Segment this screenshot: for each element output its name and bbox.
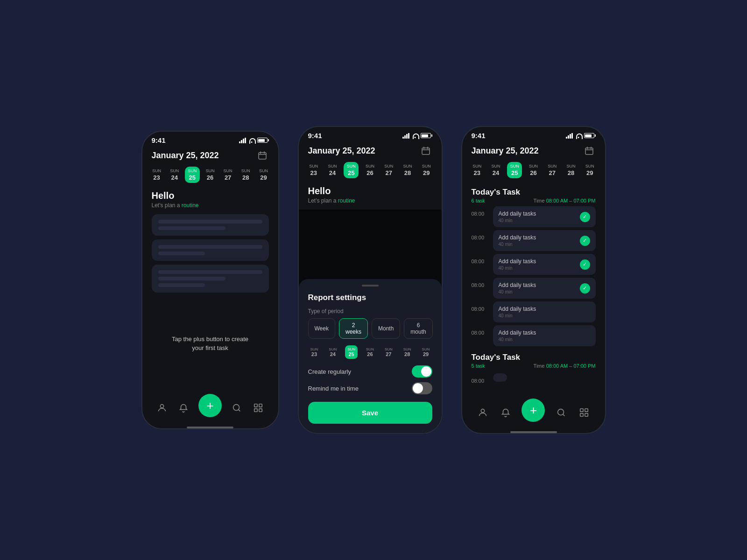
date-header-3: January 25, 2022 xyxy=(462,142,605,162)
save-button[interactable]: Save xyxy=(308,402,432,424)
week-strip-2: Sun23 Sun24 Sun25 Sun26 Sun27 Sun28 Sun2… xyxy=(299,162,442,184)
nav-person-icon[interactable] xyxy=(155,401,169,414)
day-item-4[interactable]: Sun 27 xyxy=(220,167,235,183)
skeleton-list xyxy=(142,214,278,294)
task-card-7[interactable] xyxy=(493,373,507,382)
phone-2: 9:41 January 25, 2022 Sun23 S xyxy=(298,126,443,434)
day-p3-4[interactable]: Sun27 xyxy=(545,162,560,178)
task-section-2-meta: 5 task Time 08:00 AM – 07:00 PM xyxy=(472,363,596,369)
day-item-0[interactable]: Sun 23 xyxy=(149,167,164,183)
period-2weeks-btn[interactable]: 2 weeks xyxy=(339,318,368,339)
task-check-3[interactable] xyxy=(580,259,590,270)
date-header-2: January 25, 2022 xyxy=(299,142,442,162)
toggle-knob-2 xyxy=(413,383,423,393)
period-month-btn[interactable]: Month xyxy=(372,318,400,339)
empty-state-text: Tap the plus button to createyour first … xyxy=(172,335,248,353)
day-item-5[interactable]: Sun 28 xyxy=(238,167,253,183)
task-card-3[interactable]: Add daily tasks 40 min xyxy=(493,254,596,275)
task-card-2[interactable]: Add daily tasks 40 min xyxy=(493,230,596,251)
date-title-2: January 25, 2022 xyxy=(308,146,375,156)
period-options: Week 2 weeks Month 6 mouth xyxy=(308,318,432,339)
svg-rect-13 xyxy=(580,413,583,416)
sheet-day-5[interactable]: Sun28 xyxy=(401,345,414,359)
wifi-icon-2 xyxy=(412,133,418,138)
day-item-2[interactable]: Sun 25 xyxy=(185,167,200,183)
day-item-6[interactable]: Sun 29 xyxy=(256,167,271,183)
create-regularly-toggle[interactable] xyxy=(412,365,432,378)
day-item-p2-0[interactable]: Sun23 xyxy=(306,162,321,178)
svg-rect-3 xyxy=(254,404,257,407)
day-item-p2-2[interactable]: Sun25 xyxy=(344,162,359,178)
phone-1: 9:41 January 25, 2022 Sun xyxy=(141,131,279,429)
task-section-1-meta: 6 task Time 08:00 AM – 07:00 PM xyxy=(472,198,596,203)
task-card-4[interactable]: Add daily tasks 40 min xyxy=(493,278,596,299)
nav-grid-icon-3[interactable] xyxy=(578,406,591,419)
svg-rect-8 xyxy=(585,148,593,154)
hello-title-1: Hello xyxy=(152,190,269,201)
nav-search-icon-3[interactable] xyxy=(555,406,568,419)
day-item-p2-6[interactable]: Sun29 xyxy=(419,162,434,178)
phone-3: 9:41 January 25, 2022 Sun23 S xyxy=(461,126,606,434)
calendar-icon-3[interactable] xyxy=(583,144,596,157)
sheet-day-2[interactable]: Sun25 xyxy=(345,345,358,359)
day-p3-6[interactable]: Sun29 xyxy=(582,162,597,178)
task-section-1-header: Today's Task 6 task Time 08:00 AM – 07:0… xyxy=(462,184,605,206)
nav-bell-icon-3[interactable] xyxy=(499,406,512,419)
week-strip-1: Sun 23 Sun 24 Sun 25 Sun 26 Sun 27 Sun 2… xyxy=(142,167,278,189)
task-row-6: 08:00 Add daily tasks 40 min xyxy=(472,325,596,346)
day-item-p2-5[interactable]: Sun28 xyxy=(400,162,415,178)
day-item-p2-3[interactable]: Sun26 xyxy=(362,162,377,178)
nav-bell-icon[interactable] xyxy=(177,401,190,414)
task-card-6[interactable]: Add daily tasks 40 min xyxy=(493,325,596,346)
period-label: Type of period xyxy=(308,308,432,315)
sheet-title: Report settings xyxy=(308,293,432,302)
day-item-p2-4[interactable]: Sun27 xyxy=(381,162,396,178)
nav-search-icon[interactable] xyxy=(230,401,243,414)
wifi-icon-3 xyxy=(575,133,582,138)
day-p3-3[interactable]: Sun26 xyxy=(526,162,541,178)
task-row-5: 08:00 Add daily tasks 40 min xyxy=(472,301,596,322)
day-p3-1[interactable]: Sun24 xyxy=(488,162,503,178)
task-check-1[interactable] xyxy=(580,212,590,222)
date-title-1: January 25, 2022 xyxy=(152,151,219,161)
nav-person-icon-3[interactable] xyxy=(476,406,489,419)
sheet-day-4[interactable]: Sun27 xyxy=(382,345,395,359)
svg-point-10 xyxy=(558,409,564,415)
svg-rect-6 xyxy=(259,409,261,412)
battery-icon-2 xyxy=(421,133,432,138)
calendar-icon-1[interactable] xyxy=(256,149,269,162)
status-bar-2: 9:41 xyxy=(299,127,442,142)
period-week-btn[interactable]: Week xyxy=(308,318,335,339)
svg-rect-0 xyxy=(259,153,266,159)
day-item-p2-1[interactable]: Sun24 xyxy=(325,162,340,178)
fab-button-3[interactable]: + xyxy=(521,399,545,422)
day-p3-0[interactable]: Sun23 xyxy=(470,162,485,178)
period-6mouth-btn[interactable]: 6 mouth xyxy=(404,318,432,339)
day-p3-2[interactable]: Sun25 xyxy=(507,162,522,178)
svg-point-2 xyxy=(233,405,239,411)
day-item-1[interactable]: Sun 24 xyxy=(167,167,182,183)
sheet-day-0[interactable]: Sun23 xyxy=(308,345,321,359)
hello-section-1: Hello Let's plan a routine xyxy=(142,189,278,214)
status-time-3: 9:41 xyxy=(472,132,486,140)
remind-me-toggle[interactable] xyxy=(412,382,432,394)
calendar-icon-2[interactable] xyxy=(419,144,432,157)
sheet-day-3[interactable]: Sun26 xyxy=(364,345,376,359)
day-p3-5[interactable]: Sun28 xyxy=(564,162,578,178)
remind-me-row: Remind me in time xyxy=(308,382,432,394)
nav-grid-icon[interactable] xyxy=(252,401,265,414)
task-check-4[interactable] xyxy=(580,283,590,294)
svg-rect-4 xyxy=(259,404,261,407)
toggle-knob-1 xyxy=(421,366,431,377)
sheet-day-6[interactable]: Sun29 xyxy=(420,345,432,359)
task-card-1[interactable]: Add daily tasks 40 min xyxy=(493,206,596,227)
sheet-day-1[interactable]: Sun24 xyxy=(326,345,339,359)
svg-rect-14 xyxy=(585,413,588,416)
svg-rect-5 xyxy=(254,409,257,412)
task-check-2[interactable] xyxy=(580,236,590,246)
task-card-5[interactable]: Add daily tasks 40 min xyxy=(493,301,596,322)
day-item-3[interactable]: Sun 26 xyxy=(203,167,218,183)
sheet-handle xyxy=(362,285,379,287)
svg-rect-11 xyxy=(580,409,583,412)
fab-button-1[interactable]: + xyxy=(198,394,222,417)
